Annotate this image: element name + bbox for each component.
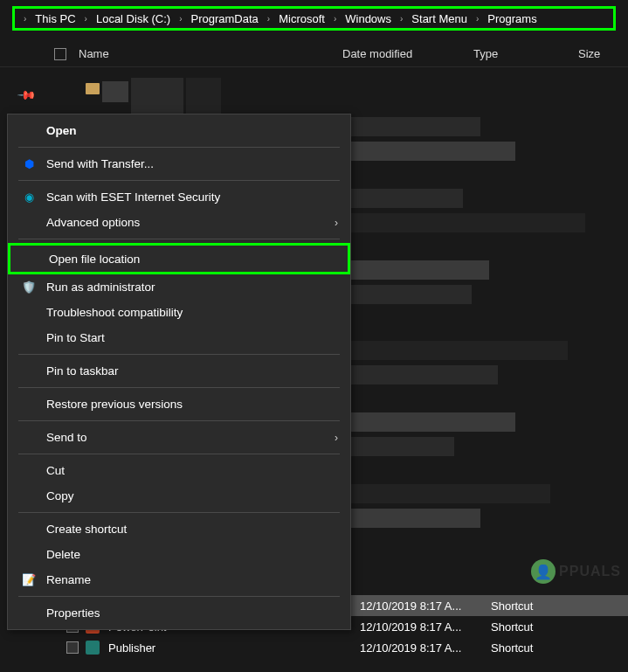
column-name-header[interactable]: Name bbox=[79, 47, 109, 60]
menu-create-shortcut[interactable]: Create shortcut bbox=[8, 516, 350, 542]
file-date: 12/10/2019 8:17 A... bbox=[360, 641, 491, 655]
file-type: Shortcut bbox=[491, 641, 596, 655]
menu-copy[interactable]: Copy bbox=[8, 483, 350, 509]
publisher-icon bbox=[84, 640, 101, 655]
menu-separator bbox=[18, 420, 340, 421]
chevron-right-icon: › bbox=[18, 14, 31, 24]
file-row-publisher[interactable]: Publisher 12/10/2019 8:17 A... Shortcut bbox=[52, 637, 628, 658]
chevron-right-icon: › bbox=[328, 14, 342, 24]
menu-send-to[interactable]: Send to › bbox=[8, 425, 350, 450]
breadcrumb: › This PC › Local Disk (C:) › ProgramDat… bbox=[18, 10, 541, 27]
menu-scan-eset[interactable]: ◉ Scan with ESET Internet Security bbox=[8, 184, 350, 210]
watermark: 👤 PPUALS bbox=[531, 559, 621, 584]
menu-troubleshoot[interactable]: Troubleshoot compatibility bbox=[8, 300, 350, 325]
menu-send-transfer[interactable]: ⬢ Send with Transfer... bbox=[8, 151, 350, 177]
breadcrumb-item[interactable]: Programs bbox=[484, 10, 540, 27]
column-date-header[interactable]: Date modified bbox=[342, 47, 473, 60]
menu-label: Run as administrator bbox=[46, 281, 155, 294]
file-date: 12/10/2019 8:17 A... bbox=[360, 620, 491, 634]
menu-label: Properties bbox=[46, 606, 100, 620]
dropbox-icon: ⬢ bbox=[20, 156, 38, 173]
censored-content bbox=[341, 117, 611, 572]
menu-label: Send to bbox=[46, 431, 87, 444]
menu-open[interactable]: Open bbox=[8, 118, 350, 143]
context-menu: Open ⬢ Send with Transfer... ◉ Scan with… bbox=[7, 114, 351, 630]
column-size-header[interactable]: Size bbox=[578, 47, 628, 60]
menu-separator bbox=[18, 454, 340, 454]
file-type: Shortcut bbox=[491, 620, 596, 634]
avatar-icon: 👤 bbox=[531, 559, 556, 584]
breadcrumb-item[interactable]: This PC bbox=[31, 10, 79, 27]
menu-pin-start[interactable]: Pin to Start bbox=[8, 325, 350, 350]
breadcrumb-item[interactable]: Start Menu bbox=[408, 10, 471, 27]
chevron-right-icon: › bbox=[79, 14, 93, 24]
menu-label: Open bbox=[46, 124, 77, 137]
chevron-right-icon: › bbox=[262, 14, 275, 24]
menu-label: Scan with ESET Internet Security bbox=[46, 191, 220, 204]
menu-label: Troubleshoot compatibility bbox=[46, 306, 183, 319]
file-type: Shortcut bbox=[491, 599, 596, 613]
address-bar[interactable]: › This PC › Local Disk (C:) › ProgramDat… bbox=[12, 6, 616, 31]
file-date: 12/10/2019 8:17 A... bbox=[360, 599, 491, 613]
chevron-right-icon: › bbox=[471, 14, 484, 24]
menu-label: Rename bbox=[46, 573, 91, 586]
column-type-header[interactable]: Type bbox=[473, 47, 578, 60]
menu-label: Cut bbox=[46, 464, 65, 477]
breadcrumb-item[interactable]: Local Disk (C:) bbox=[93, 10, 174, 27]
menu-label: Restore previous versions bbox=[46, 398, 183, 411]
menu-properties[interactable]: Properties bbox=[8, 600, 350, 626]
menu-pin-taskbar[interactable]: Pin to taskbar bbox=[8, 358, 350, 384]
menu-rename[interactable]: 📝 Rename bbox=[8, 567, 350, 592]
row-checkbox[interactable] bbox=[66, 641, 79, 654]
chevron-right-icon: › bbox=[395, 14, 408, 24]
menu-label: Delete bbox=[46, 548, 80, 561]
menu-run-as-admin[interactable]: 🛡️ Run as administrator bbox=[8, 274, 350, 300]
breadcrumb-item[interactable]: Windows bbox=[342, 10, 395, 27]
menu-separator bbox=[18, 354, 340, 355]
breadcrumb-item[interactable]: Microsoft bbox=[275, 10, 328, 27]
chevron-right-icon: › bbox=[335, 217, 338, 229]
breadcrumb-item[interactable]: ProgramData bbox=[188, 10, 262, 27]
menu-separator bbox=[18, 239, 340, 239]
shield-icon: 🛡️ bbox=[20, 279, 38, 296]
menu-label: Copy bbox=[46, 489, 74, 502]
menu-separator bbox=[18, 596, 340, 597]
menu-label: Open file location bbox=[49, 253, 140, 266]
menu-label: Pin to taskbar bbox=[46, 364, 119, 378]
menu-cut[interactable]: Cut bbox=[8, 458, 350, 483]
menu-separator bbox=[18, 387, 340, 388]
menu-restore-versions[interactable]: Restore previous versions bbox=[8, 391, 350, 417]
file-name: Publisher bbox=[108, 641, 360, 655]
menu-open-file-location[interactable]: Open file location bbox=[8, 243, 350, 274]
menu-separator bbox=[18, 147, 340, 148]
pin-icon[interactable]: 📌 bbox=[17, 84, 37, 104]
menu-label: Pin to Start bbox=[46, 331, 105, 344]
menu-delete[interactable]: Delete bbox=[8, 542, 350, 567]
chevron-right-icon: › bbox=[335, 432, 338, 444]
select-all-checkbox[interactable] bbox=[54, 48, 66, 60]
menu-separator bbox=[18, 180, 340, 181]
watermark-text: PPUALS bbox=[559, 564, 621, 579]
rename-icon: 📝 bbox=[20, 572, 38, 589]
eset-icon: ◉ bbox=[20, 189, 38, 206]
menu-separator bbox=[18, 512, 340, 513]
menu-label: Advanced options bbox=[46, 216, 140, 229]
column-headers: Name Date modified Type Size bbox=[0, 41, 628, 67]
menu-advanced-options[interactable]: Advanced options › bbox=[8, 210, 350, 235]
chevron-right-icon: › bbox=[174, 14, 187, 24]
menu-label: Send with Transfer... bbox=[46, 157, 154, 170]
menu-label: Create shortcut bbox=[46, 523, 127, 536]
